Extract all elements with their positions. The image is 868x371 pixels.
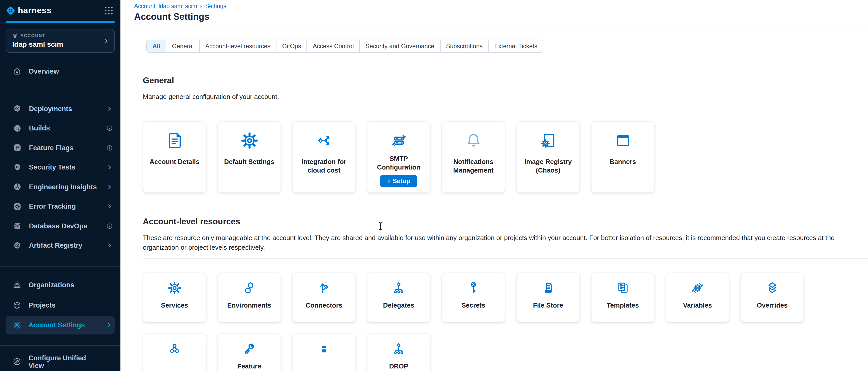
account-scope-selector[interactable]: ACCOUNT ldap saml scim (6, 29, 115, 53)
mouse-cursor (378, 222, 383, 230)
builds-icon (13, 124, 22, 133)
chevron-right-icon (106, 322, 112, 328)
templates-icon (615, 280, 630, 295)
card-label: Overrides (753, 301, 792, 310)
sidebar-item-configure-unified-view[interactable]: Configure Unified View (0, 353, 120, 371)
security-tests-icon (13, 163, 22, 172)
sidebar-item-label: Engineering Insights (29, 183, 99, 191)
chevron-right-icon (107, 243, 112, 248)
sidebar-divider (0, 345, 120, 346)
sidebar-item-account-settings[interactable]: Account Settings (6, 316, 115, 334)
sidebar-item-projects[interactable]: Projects (0, 295, 120, 316)
card-label: Secrets (457, 301, 489, 310)
section-desc-account-level-resources: These are resource only manageable at th… (143, 233, 868, 252)
section-divider (143, 110, 868, 110)
card-smtp-configuration[interactable]: SMTP Configuration + Setup (367, 121, 430, 193)
card-image-registry-chaos[interactable]: Image Registry (Chaos) (516, 121, 580, 193)
sidebar-item-database-devops[interactable]: Database DevOps (0, 216, 120, 236)
card-overrides[interactable]: Overrides (740, 273, 804, 322)
info-icon[interactable] (106, 223, 113, 229)
settings-tab-bar: All General Account-level resources GitO… (146, 40, 544, 53)
settings-content: General Manage general configuration of … (120, 76, 868, 371)
card-banners[interactable]: Banners (591, 121, 655, 193)
page-title: Account Settings (134, 12, 868, 22)
tab-general[interactable]: General (166, 40, 200, 52)
variables-icon (690, 280, 705, 295)
account-name: ldap saml scim (12, 40, 109, 48)
card-templates[interactable]: Templates (591, 273, 655, 322)
sidebar-item-overview[interactable]: Overview (0, 63, 120, 80)
tab-all[interactable]: All (147, 40, 166, 52)
tab-external-tickets[interactable]: External Tickets (489, 40, 543, 52)
card-connectors[interactable]: Connectors (292, 273, 356, 322)
info-icon[interactable] (106, 125, 113, 131)
chevron-right-icon (107, 204, 112, 209)
card-feature[interactable]: Feature (218, 333, 281, 371)
sidebar-item-organizations[interactable]: Organizations (0, 275, 120, 295)
banner-icon (614, 131, 632, 150)
chain-links-icon (167, 341, 182, 356)
breadcrumb-account-link[interactable]: Account: ldap saml scim (134, 3, 197, 9)
breadcrumb: Account: ldap saml scim › Settings (134, 3, 868, 9)
info-icon[interactable] (106, 144, 113, 151)
breadcrumb-separator: › (200, 3, 202, 9)
sidebar-item-security-tests[interactable]: Security Tests (0, 158, 120, 177)
integration-icon (315, 131, 333, 150)
card-environments[interactable]: Environments (218, 273, 281, 322)
sidebar-item-engineering-insights[interactable]: Engineering Insights (0, 177, 120, 197)
sidebar-item-builds[interactable]: Builds (0, 119, 120, 138)
chevron-right-icon (107, 106, 112, 111)
card-file-store[interactable]: File Store (516, 273, 580, 322)
app-window: harness ACCOUNT ldap saml scim (0, 0, 868, 371)
overrides-layers-icon (765, 280, 780, 295)
tab-security-and-governance[interactable]: Security and Governance (360, 40, 440, 52)
card-default-settings[interactable]: Default Settings (218, 121, 281, 193)
artifact-registry-icon (13, 241, 22, 250)
smtp-setup-button[interactable]: + Setup (380, 175, 417, 187)
error-tracking-icon (13, 202, 22, 211)
sidebar-item-deployments[interactable]: Deployments (0, 99, 120, 119)
feature-flags-icon (13, 143, 22, 152)
card-label: DROP (385, 362, 412, 370)
card-account-details[interactable]: Account Details (143, 121, 206, 193)
card-chain-links[interactable] (143, 333, 206, 371)
card-secrets[interactable]: Secrets (442, 273, 505, 322)
chevron-right-icon (103, 38, 109, 44)
card-label: File Store (529, 301, 567, 310)
tree-icon (391, 341, 406, 356)
tab-gitops[interactable]: GitOps (276, 40, 307, 52)
document-icon (165, 131, 184, 150)
connectors-icon (317, 280, 331, 295)
general-cards: Account Details Default Settings Integra… (143, 121, 868, 193)
tab-account-level-resources[interactable]: Account-level resources (200, 40, 276, 52)
sidebar-item-feature-flags[interactable]: Feature Flags (0, 138, 120, 158)
card-label: Image Registry (Chaos) (517, 157, 579, 175)
card-label: Notifications Management (442, 157, 505, 175)
tab-subscriptions[interactable]: Subscriptions (440, 40, 489, 52)
file-store-icon (541, 280, 555, 295)
card-integration-cloud-cost[interactable]: Integration for cloud cost (292, 121, 356, 193)
card-notifications-management[interactable]: Notifications Management (442, 121, 505, 193)
sidebar: harness ACCOUNT ldap saml scim (0, 0, 120, 371)
breadcrumb-settings-link[interactable]: Settings (205, 3, 226, 9)
harness-logo[interactable]: harness (6, 6, 104, 16)
sidebar-item-label: Projects (28, 302, 99, 309)
sidebar-item-label: Error Tracking (29, 203, 99, 210)
section-desc-general: Manage general configuration of your acc… (143, 92, 868, 102)
tab-access-control[interactable]: Access Control (307, 40, 360, 52)
module-grid-icon[interactable] (104, 6, 113, 15)
card-label: SMTP Configuration (367, 154, 430, 172)
card-fme-bars[interactable] (292, 333, 356, 371)
card-variables[interactable]: Variables (666, 273, 729, 322)
scope-label: ACCOUNT (20, 33, 45, 38)
card-delegates[interactable]: Delegates (367, 273, 430, 322)
card-services[interactable]: Services (143, 273, 206, 322)
card-drop[interactable]: DROP (367, 333, 430, 371)
main-panel: Account: ldap saml scim › Settings Accou… (120, 0, 868, 371)
card-label: Delegates (379, 301, 418, 310)
deployments-icon (13, 104, 22, 113)
sidebar-item-error-tracking[interactable]: Error Tracking (0, 197, 120, 216)
sidebar-item-artifact-registry[interactable]: Artifact Registry (0, 236, 120, 255)
key-icon (466, 280, 481, 295)
section-title-general: General (143, 76, 868, 85)
